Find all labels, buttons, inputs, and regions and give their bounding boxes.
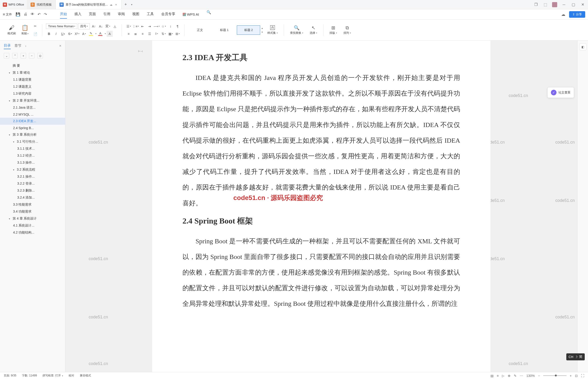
toc-item[interactable]: 3.1.3 操作... (0, 159, 65, 166)
font-color-button[interactable]: A (97, 31, 103, 37)
style-normal[interactable]: 正文 (188, 25, 212, 35)
view-reading-icon[interactable]: ▷ (502, 374, 504, 378)
zoom-out-icon[interactable]: − (538, 374, 540, 378)
tab-member[interactable]: 会员专享 (161, 10, 175, 19)
font-name-select[interactable]: Times New Roman▾ (46, 24, 77, 29)
print-icon[interactable]: 🖨 (24, 12, 27, 16)
view-page-icon[interactable]: ▤ (490, 374, 493, 378)
tab-page[interactable]: 页面 (89, 10, 96, 19)
status-compat[interactable]: 兼容模式 (80, 374, 91, 378)
save-icon[interactable]: 💾 (16, 12, 20, 16)
tab-home[interactable]: 开始 (60, 10, 67, 19)
heading-2-3[interactable]: 2.3 IDEA 开发工具 (183, 52, 460, 63)
sidebar-more-icon[interactable]: › (25, 44, 26, 48)
increase-font-icon[interactable]: A↑ (91, 23, 97, 29)
toc-item[interactable]: 3.2.2 登录... (0, 180, 65, 187)
toc-item[interactable]: ▾第 4 章 系统设计 (0, 215, 65, 222)
tab-review[interactable]: 审阅 (118, 10, 125, 19)
tab-references[interactable]: 引用 (103, 10, 110, 19)
decrease-indent-button[interactable]: ⇤ (139, 23, 146, 29)
status-page[interactable]: 页面: 9/35 (4, 374, 16, 378)
tab-tools[interactable]: 工具 (147, 10, 154, 19)
align-center-button[interactable]: ≣ (133, 31, 139, 37)
toc-item[interactable]: 2.1 Java 语言... (0, 104, 65, 111)
view-more-icon[interactable]: ⋯ (520, 374, 523, 378)
status-spellcheck[interactable]: 拼写检查: 打开 ▾ (42, 374, 63, 378)
italic-button[interactable]: I (53, 31, 59, 37)
toc-item[interactable]: ▾第 2 章 开发环境... (0, 97, 65, 104)
toc-item[interactable]: 1.1 课题背景 (0, 76, 65, 83)
asian-layout-button[interactable]: ☆▾ (161, 23, 167, 29)
sort-button[interactable]: ↕ (168, 23, 174, 29)
tab-view[interactable]: 视图 (132, 10, 139, 19)
clear-format-icon[interactable]: ◬ (112, 23, 118, 29)
toc-item[interactable]: ▾摘 要 (0, 62, 65, 69)
cloud-icon[interactable]: ☁ (561, 12, 565, 17)
paragraph[interactable]: IDEA 是捷克共和国的 Java 程序员开发人员创造的一个开发软件，刚开始主要… (183, 70, 460, 211)
toc-item[interactable]: 2.4 Spring B... (0, 125, 65, 131)
toc-item[interactable]: 3.4 功能需求 (0, 208, 65, 215)
toc-item[interactable]: 3.2.4 添加... (0, 194, 65, 201)
toc-item-selected[interactable]: 2.3 IDEA 开发... (0, 118, 65, 125)
new-tab-button[interactable]: + (122, 2, 130, 7)
bullets-button[interactable]: ☰▾ (126, 23, 132, 29)
expand-all-icon[interactable]: ⌃ (12, 53, 18, 59)
tab-template[interactable]: D 找稻壳模板 (27, 0, 56, 9)
select-button[interactable]: ↖ 选择▾ (307, 24, 319, 36)
redo-icon[interactable]: ↷ (44, 12, 47, 16)
highlight-dropdown[interactable]: ▾ (95, 33, 96, 35)
style-set-button[interactable]: 🄰 样式集▾ (265, 24, 280, 36)
file-menu[interactable]: ≡ 文件 (3, 12, 12, 16)
document-page[interactable]: ⊢⊣ 2.3 IDEA 开发工具 IDEA 是捷克共和国的 Java 程序员开发… (152, 41, 490, 372)
fit-page-icon[interactable]: ⊡ (575, 374, 578, 378)
view-web-icon[interactable]: ⊕ (508, 374, 511, 378)
fullscreen-icon[interactable]: ⛶ (581, 374, 584, 378)
find-replace-button[interactable]: 🔍 查找替换▾ (288, 24, 305, 36)
tab-insert[interactable]: 插入 (74, 10, 82, 19)
status-proof[interactable]: 校对 (68, 374, 74, 378)
show-marks-button[interactable]: ¶ (175, 23, 181, 29)
cut-icon[interactable]: ✂ (32, 23, 38, 29)
collapse-all-icon[interactable]: ⌄ (4, 53, 9, 59)
heading-2-4[interactable]: 2.4 Spring Boot 框架 (183, 216, 460, 226)
style-heading1[interactable]: 标题 1 (213, 25, 236, 35)
increase-indent-button[interactable]: ⇥ (147, 23, 152, 29)
toc-item[interactable]: ▾3.2 系统流程 (0, 166, 65, 173)
copy-icon[interactable]: 📄 (32, 31, 38, 37)
font-color-dropdown[interactable]: ▾ (105, 33, 106, 35)
highlight-button[interactable]: ✎ (88, 31, 94, 37)
window-multi-icon[interactable]: ❐ (533, 2, 538, 7)
close-button[interactable]: ✕ (580, 2, 585, 7)
tab-settings-button[interactable]: ⟶▾ (153, 23, 160, 29)
phonetic-guide-icon[interactable]: 変▾ (105, 23, 111, 29)
align-justify-button[interactable]: ☰ (147, 31, 152, 37)
toc-item[interactable]: 2.2 MYSQL ... (0, 111, 65, 118)
line-spacing-button[interactable]: ⇅▾ (161, 31, 167, 37)
toc-item[interactable]: 3.1.1 技术... (0, 145, 65, 152)
toc-item[interactable]: 1.3 研究内容 (0, 90, 65, 97)
status-words[interactable]: 字数: 11499 (22, 374, 37, 378)
ime-indicator[interactable]: CH ☽ 简 (566, 353, 585, 360)
tab-list-dropdown[interactable]: ▾ (130, 3, 134, 6)
print-preview-icon[interactable]: 👁 (31, 12, 34, 16)
font-size-select[interactable]: 四号▾ (78, 23, 90, 29)
paper-check-button[interactable]: ✓ 论文查重 (547, 87, 574, 98)
minimize-button[interactable]: ─ (561, 2, 567, 7)
toc-item[interactable]: 4.1 系统设计... (0, 222, 65, 229)
align-right-button[interactable]: ≡ (139, 31, 146, 37)
view-outline-icon[interactable]: ≡ (497, 374, 499, 378)
paste-button[interactable]: 📋 粘贴▾ (20, 24, 30, 36)
toc-item[interactable]: ▾3.1 可行性分... (0, 138, 65, 145)
tab-wps-ai[interactable]: WPS AI (183, 10, 199, 19)
toc-item[interactable]: 3.1.2 经济... (0, 152, 65, 159)
share-button[interactable]: ⇪ 分享 (569, 11, 585, 18)
app-box-icon[interactable]: ⬚ (543, 2, 548, 7)
shading-button[interactable]: ▦▾ (168, 31, 174, 37)
toc-item[interactable]: ▾第 3 章 系统分析 (0, 131, 65, 138)
toc-item[interactable]: 3.2.3 删除... (0, 187, 65, 194)
user-avatar[interactable] (552, 2, 557, 7)
sidebar-tab-toc[interactable]: 目录 (4, 42, 11, 49)
view-mark-icon[interactable]: ✎ (514, 374, 517, 378)
zoom-in-icon[interactable]: + (570, 374, 572, 378)
text-effects-button[interactable]: A▾ (81, 31, 87, 37)
